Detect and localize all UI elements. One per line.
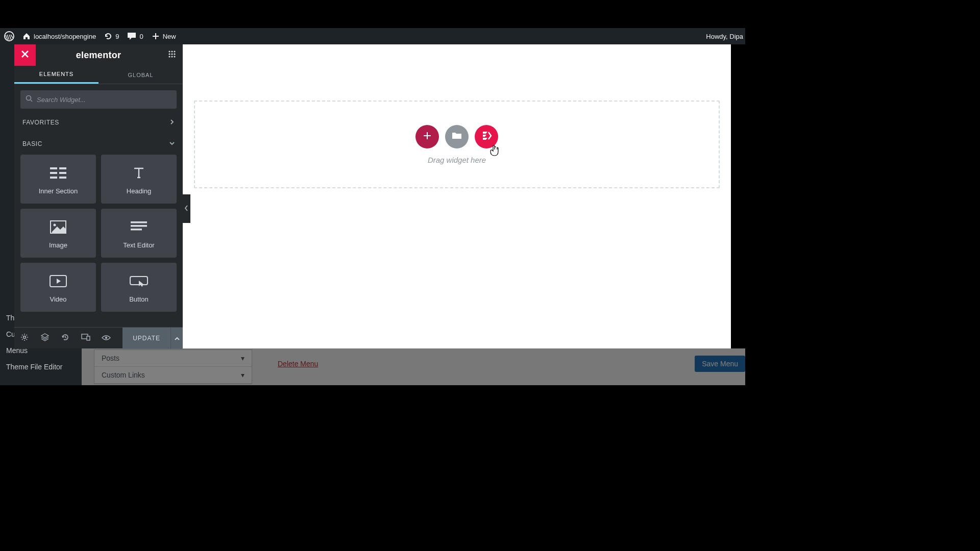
- folder-icon: [451, 131, 462, 142]
- site-name: localhost/shopengine: [34, 33, 96, 40]
- elementor-panel: elementor ELEMENTS GLOBAL: [14, 44, 183, 348]
- tab-global[interactable]: GLOBAL: [99, 66, 183, 84]
- close-button[interactable]: [14, 44, 36, 66]
- widget-video[interactable]: Video: [20, 263, 96, 312]
- svg-point-19: [54, 223, 56, 226]
- widget-image[interactable]: Image: [20, 209, 96, 258]
- greeting[interactable]: Howdy, Dipa: [706, 33, 745, 40]
- close-icon: [20, 49, 30, 61]
- caret-up-icon: [175, 334, 180, 343]
- devices-icon: [81, 334, 90, 343]
- svg-rect-17: [59, 177, 66, 179]
- drop-zone[interactable]: Drag widget here: [194, 101, 720, 188]
- update-button[interactable]: UPDATE: [122, 328, 170, 349]
- comment-icon: [127, 32, 136, 40]
- svg-point-4: [168, 53, 170, 55]
- svg-point-25: [23, 336, 26, 338]
- svg-point-3: [174, 51, 175, 52]
- widget-label: Video: [50, 295, 66, 303]
- widget-label: Text Editor: [123, 241, 154, 249]
- widget-button[interactable]: Button: [101, 263, 177, 312]
- svg-rect-13: [59, 167, 66, 169]
- svg-point-1: [168, 51, 170, 52]
- search-box: [20, 90, 177, 109]
- gear-icon: [20, 333, 29, 343]
- svg-point-8: [171, 56, 173, 57]
- widget-inner-section[interactable]: Inner Section: [20, 155, 96, 204]
- svg-rect-20: [131, 221, 147, 223]
- wp-side-item[interactable]: Theme File Editor: [0, 359, 82, 375]
- overlay-mask: [82, 348, 745, 385]
- eye-icon: [102, 334, 111, 343]
- comments-link[interactable]: 0: [123, 28, 147, 44]
- navigator-button[interactable]: [35, 328, 55, 349]
- editor-footer: UPDATE: [14, 327, 183, 348]
- elementskit-icon: [481, 131, 492, 143]
- widget-text-editor[interactable]: Text Editor: [101, 209, 177, 258]
- updates-link[interactable]: 9: [100, 28, 123, 44]
- add-template-button[interactable]: [445, 125, 469, 148]
- svg-rect-12: [50, 167, 57, 169]
- refresh-icon: [104, 32, 112, 40]
- widget-heading[interactable]: Heading: [101, 155, 177, 204]
- grid-icon: [168, 50, 176, 60]
- category-label: BASIC: [22, 140, 42, 147]
- editor-canvas: Drag widget here: [183, 44, 731, 348]
- heading-icon: [131, 164, 146, 182]
- plus-icon: [152, 32, 160, 40]
- menu-grid-button[interactable]: [161, 44, 183, 66]
- editor-header: elementor: [14, 44, 183, 66]
- svg-point-6: [174, 53, 175, 55]
- preview-button[interactable]: [96, 328, 116, 349]
- svg-point-2: [171, 51, 173, 52]
- widget-label: Image: [49, 241, 67, 249]
- svg-rect-27: [87, 336, 90, 340]
- svg-line-11: [31, 100, 32, 102]
- svg-point-7: [168, 56, 170, 57]
- svg-rect-14: [50, 172, 57, 174]
- widget-label: Heading: [127, 187, 151, 195]
- category-label: FAVORITES: [22, 119, 59, 126]
- site-link[interactable]: localhost/shopengine: [18, 28, 100, 44]
- editor-tabs: ELEMENTS GLOBAL: [14, 66, 183, 84]
- responsive-button[interactable]: [76, 328, 96, 349]
- widget-grid: Inner Section Heading Image Text Editor: [14, 155, 183, 312]
- settings-button[interactable]: [14, 328, 35, 349]
- drop-zone-label: Drag widget here: [428, 156, 486, 164]
- new-link[interactable]: New: [148, 28, 180, 44]
- button-icon: [130, 272, 148, 290]
- chevron-left-icon: [184, 204, 188, 213]
- search-icon: [26, 95, 33, 104]
- svg-point-5: [171, 53, 173, 55]
- category-favorites[interactable]: FAVORITES: [14, 112, 183, 133]
- svg-rect-16: [50, 177, 57, 179]
- svg-point-10: [27, 96, 31, 101]
- wp-logo-icon[interactable]: [0, 28, 18, 44]
- wp-admin-bar: localhost/shopengine 9 0 New Ho: [0, 28, 745, 44]
- history-icon: [61, 333, 69, 343]
- search-input[interactable]: [37, 96, 172, 104]
- widget-label: Button: [129, 295, 149, 303]
- image-icon: [50, 218, 66, 236]
- svg-rect-15: [59, 172, 66, 174]
- columns-icon: [50, 164, 66, 182]
- update-options-button[interactable]: [170, 328, 183, 349]
- add-section-button[interactable]: [415, 125, 439, 148]
- plus-icon: [422, 131, 432, 143]
- chevron-down-icon: [169, 140, 175, 147]
- layers-icon: [41, 333, 49, 343]
- svg-rect-21: [131, 225, 147, 227]
- new-label: New: [163, 33, 176, 40]
- video-icon: [50, 272, 67, 290]
- tab-elements[interactable]: ELEMENTS: [14, 66, 99, 84]
- updates-count: 9: [115, 33, 119, 40]
- category-basic[interactable]: BASIC: [14, 133, 183, 155]
- chevron-right-icon: [169, 119, 175, 126]
- history-button[interactable]: [55, 328, 76, 349]
- widget-label: Inner Section: [39, 187, 78, 195]
- elementskit-button[interactable]: [475, 125, 498, 148]
- collapse-panel-button[interactable]: [182, 194, 190, 223]
- svg-point-28: [105, 336, 107, 338]
- home-icon: [22, 32, 31, 40]
- svg-rect-22: [131, 229, 142, 231]
